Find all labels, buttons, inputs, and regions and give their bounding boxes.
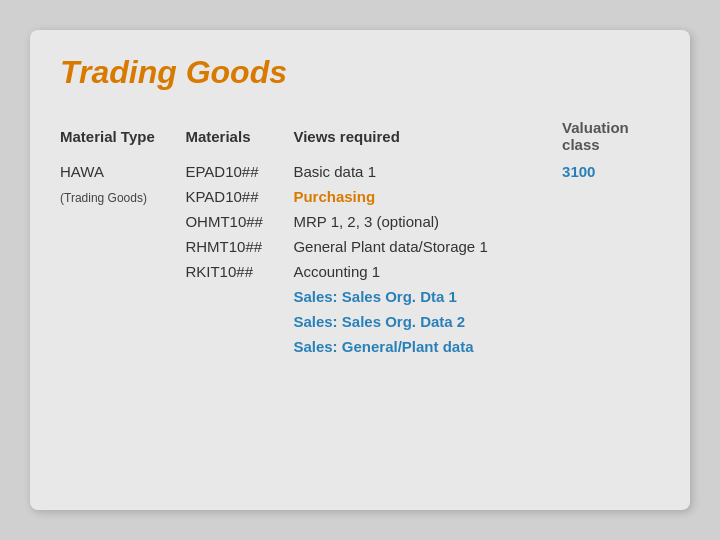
cell-material-type [60,209,185,234]
cell-valuation [562,234,660,259]
table-row: Sales: General/Plant data [60,334,660,359]
page-title: Trading Goods [60,54,660,91]
cell-material-type: HAWA [60,159,185,184]
cell-material-type [60,309,185,334]
cell-views: General Plant data/Storage 1 [293,234,562,259]
cell-materials: OHMT10## [185,209,293,234]
cell-material-type [60,284,185,309]
main-card: Trading Goods Material Type Materials Vi… [30,30,690,510]
header-views-required: Views required [293,119,562,159]
table-row: HAWAEPAD10##Basic data 13100 [60,159,660,184]
cell-materials: RKIT10## [185,259,293,284]
cell-valuation [562,284,660,309]
header-material-type: Material Type [60,119,185,159]
cell-material-type [60,234,185,259]
cell-valuation [562,259,660,284]
cell-valuation [562,184,660,209]
cell-materials: KPAD10## [185,184,293,209]
table-row: OHMT10##MRP 1, 2, 3 (optional) [60,209,660,234]
cell-materials [185,284,293,309]
cell-views: Basic data 1 [293,159,562,184]
cell-valuation [562,334,660,359]
header-materials: Materials [185,119,293,159]
cell-material-type: (Trading Goods) [60,184,185,209]
cell-views: Accounting 1 [293,259,562,284]
cell-views: MRP 1, 2, 3 (optional) [293,209,562,234]
cell-material-type [60,259,185,284]
cell-views: Sales: Sales Org. Dta 1 [293,284,562,309]
table-row: RKIT10##Accounting 1 [60,259,660,284]
cell-materials: RHMT10## [185,234,293,259]
cell-materials: EPAD10## [185,159,293,184]
cell-materials [185,334,293,359]
cell-valuation [562,309,660,334]
cell-views: Purchasing [293,184,562,209]
cell-valuation [562,209,660,234]
cell-views: Sales: General/Plant data [293,334,562,359]
data-table: Material Type Materials Views required V… [60,119,660,359]
table-row: Sales: Sales Org. Data 2 [60,309,660,334]
cell-materials [185,309,293,334]
cell-material-type [60,334,185,359]
table-row: Sales: Sales Org. Dta 1 [60,284,660,309]
table-row: (Trading Goods)KPAD10##Purchasing [60,184,660,209]
table-row: RHMT10##General Plant data/Storage 1 [60,234,660,259]
cell-views: Sales: Sales Org. Data 2 [293,309,562,334]
header-valuation-class: Valuation class [562,119,660,159]
cell-valuation: 3100 [562,159,660,184]
